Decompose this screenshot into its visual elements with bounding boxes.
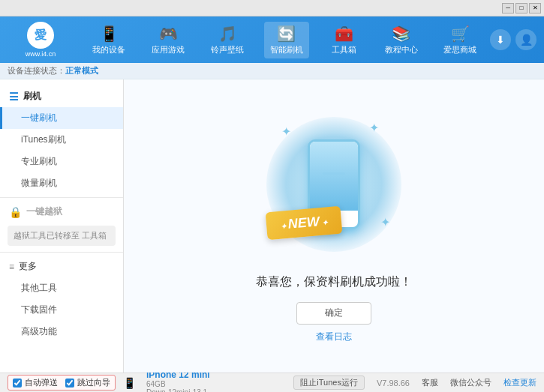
flash-icon: 🔄 bbox=[277, 25, 296, 43]
title-bar: ─ □ ✕ bbox=[0, 0, 544, 16]
download-button[interactable]: ⬇ bbox=[490, 29, 511, 50]
flash-section-label: 刷机 bbox=[23, 90, 41, 103]
lock-icon: 🔒 bbox=[9, 206, 22, 218]
device-info-group: 📱 iPhone 12 mini 64GB Down-12mini-13,1 bbox=[123, 370, 210, 393]
device-capacity: 64GB bbox=[146, 380, 210, 388]
shop-icon: 🛒 bbox=[451, 25, 470, 43]
close-button[interactable]: ✕ bbox=[529, 3, 541, 13]
download-firmware-label: 下载固件 bbox=[21, 304, 57, 315]
version-label: V7.98.66 bbox=[377, 379, 410, 388]
nav-tutorial[interactable]: 📚 教程中心 bbox=[379, 22, 424, 58]
nav-toolbox-label: 工具箱 bbox=[332, 44, 356, 55]
nav-wallpaper[interactable]: 🎵 铃声壁纸 bbox=[205, 22, 250, 58]
success-text: 恭喜您，保资料刷机成功啦！ bbox=[256, 274, 412, 290]
sidebar-item-download-firmware[interactable]: 下载固件 bbox=[0, 299, 123, 321]
nav-my-device-label: 我的设备 bbox=[92, 44, 125, 55]
success-panel: ✦ ✦ ✦ NEW 恭喜您，保资料刷机成功啦！ 确定 查看日志 bbox=[241, 94, 427, 358]
one-key-flash-label: 一键刷机 bbox=[21, 112, 57, 123]
status-bar: 设备连接状态： 正常模式 bbox=[0, 63, 544, 79]
nav-apps-games[interactable]: 🎮 应用游戏 bbox=[146, 22, 191, 58]
minimize-button[interactable]: ─ bbox=[502, 3, 514, 13]
apps-icon: 🎮 bbox=[159, 25, 178, 43]
phone-speaker bbox=[323, 172, 345, 175]
device-model: Down-12mini-13,1 bbox=[146, 388, 210, 393]
auto-launch-checkbox[interactable] bbox=[13, 379, 22, 388]
notice-text: 越狱工具已转移至 工具箱 bbox=[14, 231, 107, 240]
bottom-right: 阻止iTunes运行 V7.98.66 客服 微信公众号 检查更新 bbox=[293, 376, 536, 390]
phone-screen bbox=[310, 142, 358, 211]
auto-launch-label: 自动弹送 bbox=[25, 377, 58, 388]
maximize-button[interactable]: □ bbox=[515, 3, 527, 13]
main-container: ☰ 刷机 一键刷机 iTunes刷机 专业刷机 微量刷机 🔒 一键越狱 越狱工具… bbox=[0, 79, 544, 373]
sidebar: ☰ 刷机 一键刷机 iTunes刷机 专业刷机 微量刷机 🔒 一键越狱 越狱工具… bbox=[0, 79, 124, 373]
support-link[interactable]: 客服 bbox=[422, 377, 438, 388]
more-section-label: 更多 bbox=[19, 260, 37, 273]
tutorial-icon: 📚 bbox=[392, 25, 410, 43]
device-icon: 📱 bbox=[100, 25, 119, 43]
more-section-title: ≡ 更多 bbox=[0, 256, 123, 277]
sidebar-item-micro-flash[interactable]: 微量刷机 bbox=[0, 172, 123, 194]
sidebar-divider-1 bbox=[0, 197, 123, 198]
nav-toolbox[interactable]: 🧰 工具箱 bbox=[323, 22, 365, 58]
phone-illustration: ✦ ✦ ✦ NEW bbox=[259, 109, 409, 259]
sidebar-divider-2 bbox=[0, 252, 123, 253]
nav-wallpaper-label: 铃声壁纸 bbox=[211, 44, 244, 55]
status-label: 设备连接状态： bbox=[8, 65, 65, 76]
sidebar-item-pro-flash[interactable]: 专业刷机 bbox=[0, 151, 123, 172]
sidebar-item-itunes-flash[interactable]: iTunes刷机 bbox=[0, 129, 123, 151]
nav-tutorial-label: 教程中心 bbox=[385, 44, 418, 55]
update-link[interactable]: 检查更新 bbox=[503, 377, 536, 388]
nav-apps-label: 应用游戏 bbox=[152, 44, 185, 55]
more-icon: ≡ bbox=[9, 262, 14, 272]
nav-shop[interactable]: 🛒 爱思商城 bbox=[437, 22, 482, 58]
stop-itunes-button[interactable]: 阻止iTunes运行 bbox=[293, 376, 365, 390]
wechat-link[interactable]: 微信公众号 bbox=[450, 377, 491, 388]
status-value: 正常模式 bbox=[65, 65, 98, 76]
sparkle-2: ✦ bbox=[369, 121, 379, 135]
nav-my-device[interactable]: 📱 我的设备 bbox=[86, 22, 131, 58]
other-tools-label: 其他工具 bbox=[21, 283, 57, 293]
skip-wizard-label: 跳过向导 bbox=[77, 377, 110, 388]
view-log-link[interactable]: 查看日志 bbox=[316, 331, 352, 343]
itunes-flash-label: iTunes刷机 bbox=[21, 134, 66, 145]
nav-flash-label: 智能刷机 bbox=[270, 44, 303, 55]
wallpaper-icon: 🎵 bbox=[218, 25, 237, 43]
confirm-button[interactable]: 确定 bbox=[296, 302, 371, 325]
header-actions: ⬇ 👤 bbox=[490, 29, 536, 50]
logo-sub: www.i4.cn bbox=[26, 50, 56, 58]
flash-section-icon: ☰ bbox=[9, 91, 19, 103]
skip-wizard-checkbox[interactable] bbox=[65, 379, 74, 388]
content-area: ✦ ✦ ✦ NEW 恭喜您，保资料刷机成功啦！ 确定 查看日志 bbox=[124, 79, 544, 373]
user-button[interactable]: 👤 bbox=[515, 29, 536, 50]
sidebar-item-other-tools[interactable]: 其他工具 bbox=[0, 277, 123, 299]
sparkle-1: ✦ bbox=[281, 124, 291, 139]
sparkle-3: ✦ bbox=[380, 215, 390, 229]
device-phone-icon: 📱 bbox=[123, 377, 136, 389]
nav-smart-flash[interactable]: 🔄 智能刷机 bbox=[264, 22, 309, 58]
sidebar-item-one-key-flash[interactable]: 一键刷机 bbox=[0, 107, 123, 129]
bottom-left: 自动弹送 跳过向导 📱 iPhone 12 mini 64GB Down-12m… bbox=[8, 370, 210, 393]
checkbox-group: 自动弹送 跳过向导 bbox=[8, 375, 116, 391]
jailbreak-section-label: 一键越狱 bbox=[26, 205, 62, 218]
device-info: iPhone 12 mini 64GB Down-12mini-13,1 bbox=[146, 370, 210, 393]
nav-shop-label: 爱思商城 bbox=[443, 44, 476, 55]
flash-section-title: ☰ 刷机 bbox=[0, 85, 123, 107]
micro-flash-label: 微量刷机 bbox=[21, 178, 57, 188]
toolbox-icon: 🧰 bbox=[335, 25, 353, 43]
nav-bar: 📱 我的设备 🎮 应用游戏 🎵 铃声壁纸 🔄 智能刷机 🧰 工具箱 📚 教程中心… bbox=[80, 22, 490, 58]
header: 愛 www.i4.cn 📱 我的设备 🎮 应用游戏 🎵 铃声壁纸 🔄 智能刷机 … bbox=[0, 16, 544, 63]
bottom-bar: 自动弹送 跳过向导 📱 iPhone 12 mini 64GB Down-12m… bbox=[0, 373, 544, 392]
pro-flash-label: 专业刷机 bbox=[21, 156, 57, 166]
advanced-label: 高级功能 bbox=[21, 326, 57, 337]
sidebar-item-advanced[interactable]: 高级功能 bbox=[0, 321, 123, 343]
logo: 愛 www.i4.cn bbox=[8, 22, 74, 58]
logo-circle: 愛 bbox=[27, 22, 54, 49]
jailbreak-notice: 越狱工具已转移至 工具箱 bbox=[8, 226, 116, 246]
jailbreak-section-title: 🔒 一键越狱 bbox=[0, 201, 123, 223]
